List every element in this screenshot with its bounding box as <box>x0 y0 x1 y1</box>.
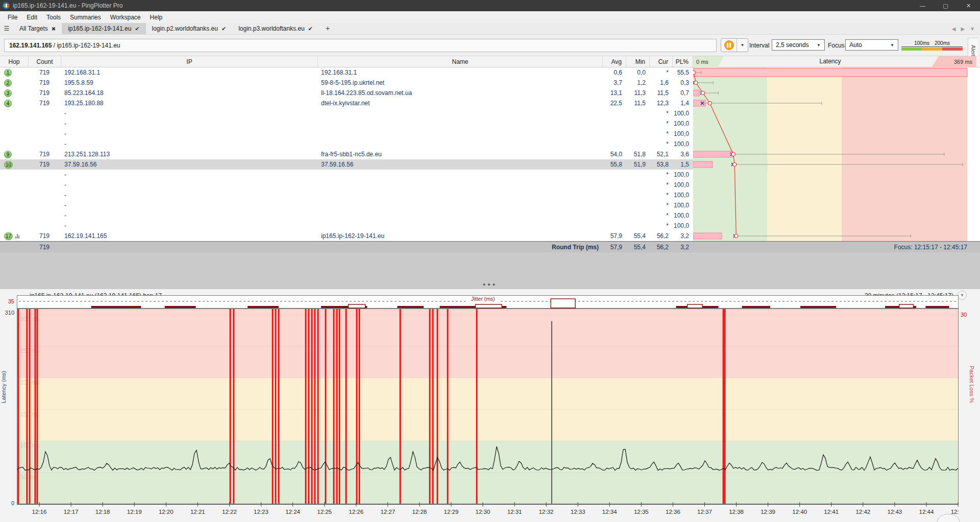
pause-button[interactable] <box>721 39 737 52</box>
tab-target-0[interactable]: ip165.ip-162-19-141.eu✔ <box>62 23 145 34</box>
round-trip-min: 55,4 <box>626 242 650 253</box>
cell-min: 11,5 <box>626 98 650 108</box>
tab-target-2[interactable]: login.p3.worldoftanks.eu✔ <box>232 23 319 34</box>
svg-text:12:28: 12:28 <box>412 509 427 515</box>
maximize-button[interactable]: ▢ <box>934 0 957 11</box>
cell-avg: 55,8 <box>603 159 626 170</box>
header-latency[interactable]: 0 ms Latency 369 ms <box>693 56 980 67</box>
tab-label: login.p2.worldoftanks.eu <box>152 25 218 32</box>
focus-select[interactable]: Auto ▼ <box>845 39 898 51</box>
latency-axis-title: Latency (ms) <box>1 371 7 404</box>
cell-cur: * <box>650 139 673 149</box>
cell-min: 55,4 <box>626 231 650 241</box>
add-tab-button[interactable]: ＋ <box>319 23 336 34</box>
cell-packet-loss: 100,0 <box>673 210 693 221</box>
jitter-axis-max: 35 <box>4 298 14 304</box>
cell-count <box>29 210 61 221</box>
panel-splitter[interactable]: ●●● <box>0 252 980 289</box>
svg-text:12:43: 12:43 <box>887 509 902 515</box>
pause-split-button[interactable]: ▼ <box>721 38 748 52</box>
cell-count <box>29 200 61 210</box>
svg-text:12:40: 12:40 <box>792 509 807 515</box>
close-button[interactable]: ✕ <box>957 0 980 11</box>
menu-item-tools[interactable]: Tools <box>42 12 65 22</box>
cell-ip: - <box>61 221 318 231</box>
header-hop[interactable]: Hop <box>0 56 29 67</box>
tab-all-targets[interactable]: All Targets ✖ <box>13 23 62 34</box>
tab-list-dropdown-icon[interactable]: ▼ <box>970 26 975 32</box>
cell-packet-loss: 0,7 <box>673 88 693 98</box>
cell-ip: 192.168.31.1 <box>61 67 318 78</box>
cell-hostname <box>318 221 603 231</box>
header-count[interactable]: Count <box>29 56 61 67</box>
cell-ip: 213.251.128.113 <box>61 149 318 159</box>
svg-text:12:39: 12:39 <box>761 509 775 515</box>
jitter-strip-chart: Jitter (ms) <box>17 295 959 309</box>
pause-icon <box>724 40 734 50</box>
check-icon: ✔ <box>135 26 139 32</box>
tab-scroll-left-icon[interactable]: ◀ <box>952 26 956 32</box>
cell-count: 719 <box>29 88 61 98</box>
cell-avg <box>603 139 626 149</box>
svg-text:12:29: 12:29 <box>444 509 459 515</box>
svg-text:12:26: 12:26 <box>349 509 363 515</box>
cell-packet-loss: 100,0 <box>673 190 693 200</box>
cell-avg: 0,6 <box>603 67 626 78</box>
interval-select[interactable]: 2,5 seconds ▼ <box>772 39 825 51</box>
minimize-button[interactable]: — <box>911 0 934 11</box>
header-name[interactable]: Name <box>318 56 603 67</box>
hamburger-icon[interactable]: ☰ <box>0 23 13 34</box>
cell-min: 0,0 <box>626 67 650 78</box>
cell-ip: 193.25.180.88 <box>61 98 318 108</box>
menu-item-file[interactable]: File <box>3 12 22 22</box>
svg-text:12:19: 12:19 <box>127 509 142 515</box>
tab-scroll-right-icon[interactable]: ▶ <box>961 26 965 32</box>
close-icon[interactable]: ✖ <box>52 26 56 32</box>
cell-min: 51,9 <box>626 159 650 170</box>
header-min[interactable]: Min <box>626 56 650 67</box>
timeline-chart[interactable]: 300 ms250 ms200 ms150 ms100 ms50 ms12:16… <box>17 309 959 522</box>
svg-text:12:35: 12:35 <box>634 509 649 515</box>
timeline-range-dropdown[interactable]: ▼ <box>958 291 967 300</box>
header-ip[interactable]: IP <box>61 56 318 67</box>
legend-gradient-bar <box>901 48 963 51</box>
cell-count <box>29 118 61 129</box>
cell-count <box>29 190 61 200</box>
cell-cur: * <box>650 180 673 190</box>
pause-dropdown-arrow-icon[interactable]: ▼ <box>737 39 748 52</box>
cell-ip: 195.5.8.59 <box>61 78 318 88</box>
header-avg[interactable]: Avg <box>603 56 626 67</box>
hop-badge: 2 <box>4 79 12 87</box>
cell-cur: 56,2 <box>650 231 673 241</box>
cell-hostname: ll-18.164.223.85.od.sovam.net.ua <box>318 88 603 98</box>
cell-min: 11,3 <box>626 88 650 98</box>
cell-ip: 162.19.141.165 <box>61 231 318 241</box>
menu-item-workspace[interactable]: Workspace <box>106 12 145 22</box>
cell-packet-loss: 100,0 <box>673 221 693 231</box>
tab-target-1[interactable]: login.p2.worldoftanks.eu✔ <box>146 23 233 34</box>
focus-value: Auto <box>849 41 862 49</box>
target-ip: 162.19.141.165 <box>9 42 52 49</box>
target-address-box[interactable]: 162.19.141.165 / ip165.ip-162-19-141.eu <box>4 39 717 52</box>
cell-avg: 22,5 <box>603 98 626 108</box>
cell-avg <box>603 210 626 221</box>
splitter-grip-icon[interactable]: ●●● <box>0 282 980 287</box>
cell-ip: - <box>61 118 318 129</box>
round-trip-label: Round Trip (ms) <box>318 242 603 253</box>
cell-packet-loss: 3,6 <box>673 149 693 159</box>
hop-badge: 10 <box>4 161 13 169</box>
round-trip-pl: 3,2 <box>673 242 693 253</box>
menu-item-summaries[interactable]: Summaries <box>65 12 106 22</box>
cell-packet-loss: 100,0 <box>673 139 693 149</box>
cell-cur: 11,5 <box>650 88 673 98</box>
header-pl[interactable]: PL% <box>673 56 693 67</box>
menu-item-help[interactable]: Help <box>145 12 167 22</box>
cell-cur: 52,1 <box>650 149 673 159</box>
cell-count <box>29 139 61 149</box>
header-cur[interactable]: Cur <box>650 56 673 67</box>
cell-ip: - <box>61 180 318 190</box>
cell-cur: * <box>650 129 673 139</box>
svg-text:12:36: 12:36 <box>666 509 680 515</box>
interval-value: 2,5 seconds <box>776 41 809 49</box>
menu-item-edit[interactable]: Edit <box>22 12 42 22</box>
